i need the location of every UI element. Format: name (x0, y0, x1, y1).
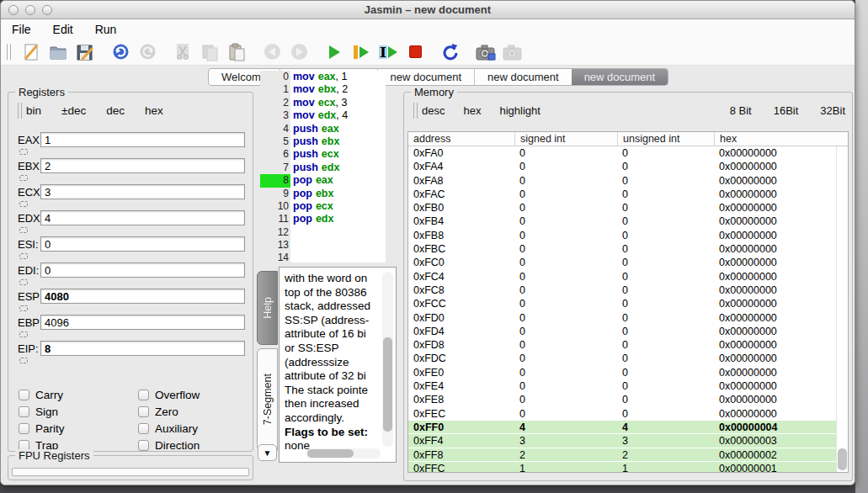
redo-icon[interactable] (136, 41, 158, 63)
register-value-field[interactable]: 3 (40, 184, 245, 199)
memory-row[interactable]: 0xFC4 0 0 0x00000000 (408, 270, 836, 284)
paste-icon[interactable] (226, 41, 248, 63)
minimize-button[interactable] (25, 5, 35, 15)
scrollbar-thumb[interactable] (838, 448, 847, 470)
document-tab[interactable]: new document (474, 69, 572, 85)
memory-row[interactable]: 0xFFC 1 1 0x00000001 (408, 462, 836, 473)
memory-row[interactable]: 0xFDC 0 0 0x00000000 (408, 352, 836, 365)
register-value-field[interactable]: 4080 (40, 289, 245, 304)
more-tabs-button[interactable]: ▼ (258, 444, 277, 461)
code-line[interactable]: 5 pushebx (260, 135, 386, 148)
memory-column-header[interactable]: hex (714, 132, 848, 146)
memory-row[interactable]: 0xFF4 3 3 0x00000003 (408, 434, 836, 448)
help-side-tab[interactable]: Help (257, 271, 278, 345)
memory-row[interactable]: 0xFAC 0 0 0x00000000 (408, 188, 836, 201)
code-line[interactable]: 11 popedx (260, 213, 386, 225)
back-icon[interactable] (261, 41, 283, 63)
register-value-field[interactable]: 8 (40, 341, 245, 356)
memory-row[interactable]: 0xFA4 0 0 0x00000000 (408, 160, 836, 173)
memory-row[interactable]: 0xFB0 0 0 0x00000000 (408, 201, 836, 215)
memory-row[interactable]: 0xFE4 0 0 0x00000000 (408, 379, 836, 393)
document-tab[interactable]: new document (377, 69, 475, 85)
register-format-button[interactable]: hex (145, 104, 163, 117)
register-expander-icon[interactable] (19, 305, 28, 311)
memory-row[interactable]: 0xFB4 0 0 0x00000000 (408, 215, 836, 228)
register-expander-icon[interactable] (19, 227, 28, 233)
memory-row[interactable]: 0xFD0 0 0 0x00000000 (408, 311, 836, 325)
code-line[interactable]: 6 pushecx (260, 148, 386, 161)
code-line[interactable]: 13 (260, 239, 386, 252)
memory-row[interactable]: 0xFA8 0 0 0x00000000 (408, 174, 836, 188)
reset-icon[interactable] (439, 41, 461, 63)
code-line[interactable]: 1 movebx, 2 (260, 83, 386, 96)
save-icon[interactable] (74, 41, 96, 63)
memory-width-button[interactable]: 8 Bit (730, 104, 752, 117)
snapshot-restore-icon[interactable] (502, 41, 524, 63)
flag-checkbox[interactable] (138, 406, 149, 417)
register-expander-icon[interactable] (19, 358, 28, 363)
register-value-field[interactable]: 0 (40, 262, 245, 278)
register-expander-icon[interactable] (19, 149, 28, 155)
run-pause-icon[interactable] (350, 41, 372, 63)
register-expander-icon[interactable] (19, 201, 28, 207)
code-line[interactable]: 10 popecx (260, 200, 386, 213)
step-icon[interactable]: I (377, 41, 399, 63)
scrollbar-thumb[interactable] (307, 449, 354, 458)
new-icon[interactable] (20, 41, 42, 63)
menu-item[interactable]: Edit (53, 23, 85, 36)
memory-row[interactable]: 0xFD4 0 0 0x00000000 (408, 325, 836, 338)
memory-row[interactable]: 0xFF0 4 4 0x00000004 (408, 421, 836, 434)
menu-item[interactable]: File (12, 23, 43, 36)
code-line[interactable]: 0 moveax, 1 (260, 71, 386, 83)
menu-item[interactable]: Run (95, 23, 129, 36)
flag-checkbox[interactable] (19, 390, 29, 400)
copy-icon[interactable] (199, 41, 221, 63)
register-value-field[interactable]: 1 (40, 132, 245, 147)
open-icon[interactable] (47, 41, 69, 63)
register-expander-icon[interactable] (19, 175, 28, 181)
memory-width-button[interactable]: 16Bit (774, 104, 799, 117)
code-line[interactable]: 14 (260, 252, 386, 262)
code-line[interactable]: 12 (260, 226, 386, 239)
document-tab[interactable]: new document (572, 69, 668, 85)
register-format-button[interactable]: ±dec (61, 104, 86, 117)
memory-column-header[interactable]: address (408, 132, 514, 146)
code-line[interactable]: 4 pusheax (260, 123, 386, 135)
flag-checkbox[interactable] (19, 423, 29, 434)
memory-column-header[interactable]: unsigned int (617, 132, 714, 146)
run-icon[interactable] (323, 41, 345, 63)
register-expander-icon[interactable] (19, 331, 28, 337)
close-button[interactable] (8, 5, 19, 15)
help-vertical-scrollbar[interactable] (382, 272, 393, 447)
memory-row[interactable]: 0xFEC 0 0 0x00000000 (408, 407, 836, 421)
stop-icon[interactable] (404, 41, 426, 63)
code-line[interactable]: 7 pushedx (260, 162, 386, 174)
memory-format-button[interactable]: desc (422, 104, 445, 117)
register-expander-icon[interactable] (19, 279, 28, 285)
cut-icon[interactable] (172, 41, 194, 63)
code-editor[interactable]: 0 moveax, 1 1 movebx, 2 2 movecx, 3 3 mo… (260, 71, 386, 262)
code-line[interactable]: 9 popebx (260, 188, 386, 200)
help-side-tab[interactable]: 7-Segment (257, 348, 278, 451)
register-value-field[interactable]: 2 (40, 158, 245, 173)
memory-column-header[interactable]: signed int (514, 132, 617, 146)
memory-row[interactable]: 0xFCC 0 0 0x00000000 (408, 297, 836, 310)
register-expander-icon[interactable] (19, 253, 28, 259)
undo-icon[interactable] (109, 41, 131, 63)
memory-row[interactable]: 0xFD8 0 0 0x00000000 (408, 338, 836, 352)
zoom-button[interactable] (42, 5, 52, 15)
memory-row[interactable]: 0xFC0 0 0 0x00000000 (408, 256, 836, 269)
help-horizontal-scrollbar[interactable] (306, 448, 381, 459)
forward-icon[interactable] (288, 41, 310, 63)
memory-scrollbar[interactable] (836, 146, 848, 472)
memory-toolbar-grip[interactable] (413, 103, 418, 119)
memory-row[interactable]: 0xFC8 0 0 0x00000000 (408, 284, 836, 297)
register-value-field[interactable]: 4 (40, 210, 245, 225)
register-value-field[interactable]: 4096 (40, 315, 245, 330)
memory-row[interactable]: 0xFB8 0 0 0x00000000 (408, 229, 836, 242)
flag-checkbox[interactable] (138, 390, 149, 400)
register-value-field[interactable]: 0 (40, 236, 245, 252)
memory-width-button[interactable]: 32Bit (820, 104, 845, 117)
flag-checkbox[interactable] (138, 423, 149, 434)
register-format-button[interactable]: bin (26, 104, 41, 117)
